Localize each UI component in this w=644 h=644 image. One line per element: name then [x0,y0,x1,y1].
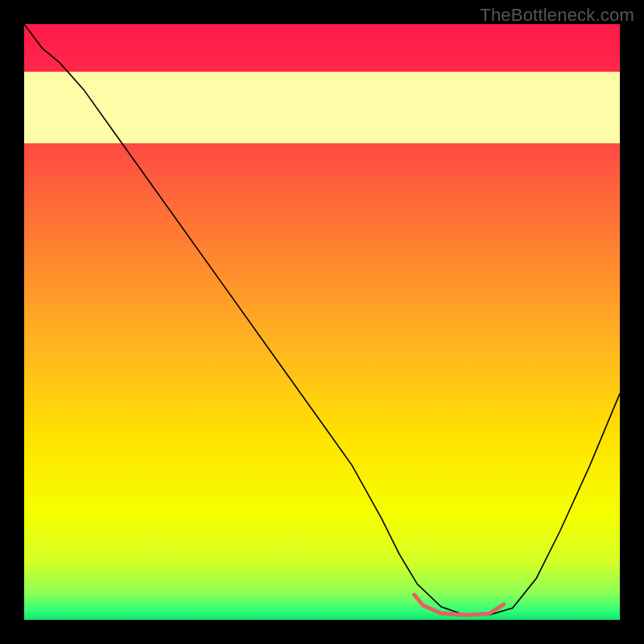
plot-area [24,24,620,620]
chart-svg [24,24,620,620]
watermark-text: TheBottleneck.com [480,5,634,26]
chart-root: TheBottleneck.com [0,0,644,644]
yellow-band [24,72,620,143]
